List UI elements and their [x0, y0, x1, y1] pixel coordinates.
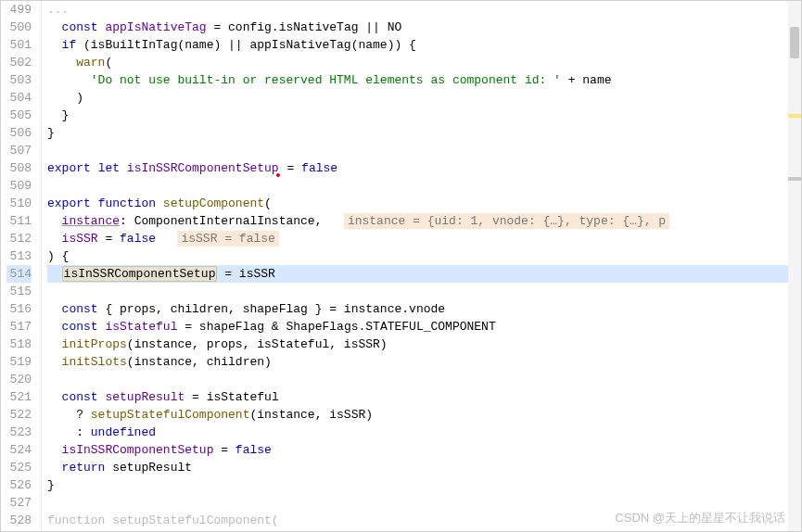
- code-line[interactable]: const appIsNativeTag = config.isNativeTa…: [47, 19, 801, 36]
- code-line[interactable]: }: [47, 107, 801, 124]
- line-number: 524: [6, 441, 32, 459]
- code-line[interactable]: isSSR = false isSSR = false: [47, 230, 801, 247]
- code-line[interactable]: if (isBuiltInTag(name) || appIsNativeTag…: [47, 36, 801, 54]
- code-line[interactable]: const { props, children, shapeFlag } = i…: [47, 300, 801, 318]
- line-number: 525: [6, 459, 32, 476]
- line-number: 522: [6, 406, 32, 424]
- line-number: 502: [6, 54, 32, 71]
- scrollbar-marker: [788, 177, 801, 181]
- line-number: 510: [6, 195, 32, 212]
- code-editor[interactable]: 4995005015025035045055065075085095105115…: [0, 0, 802, 532]
- line-number: 526: [6, 476, 32, 494]
- line-number: 504: [6, 89, 32, 107]
- line-number: 527: [6, 494, 32, 512]
- scrollbar-marker: [788, 114, 801, 118]
- code-line[interactable]: }: [47, 476, 801, 494]
- code-line[interactable]: [47, 177, 801, 195]
- scrollbar-thumb[interactable]: [790, 27, 799, 58]
- line-number: 503: [6, 71, 32, 89]
- line-number: 507: [6, 142, 32, 159]
- code-line[interactable]: isInSSRComponentSetup = isSSR: [47, 265, 801, 283]
- code-line[interactable]: }: [47, 124, 801, 142]
- code-line[interactable]: [47, 494, 801, 512]
- line-number: 520: [6, 371, 32, 388]
- code-line[interactable]: const setupResult = isStateful: [47, 388, 801, 406]
- line-number: 508: [6, 159, 32, 177]
- code-line[interactable]: instance: ComponentInternalInstance, ins…: [47, 212, 801, 230]
- line-number: 517: [6, 318, 32, 336]
- code-line[interactable]: return setupResult: [47, 459, 801, 476]
- line-number: 506: [6, 124, 32, 142]
- code-line[interactable]: ) {: [47, 247, 801, 265]
- line-number: 501: [6, 36, 32, 54]
- line-number: 515: [6, 283, 32, 300]
- line-number: 511: [6, 212, 32, 230]
- line-number: 505: [6, 107, 32, 124]
- line-number: 521: [6, 388, 32, 406]
- line-number: 519: [6, 353, 32, 371]
- code-line[interactable]: [47, 371, 801, 388]
- vertical-scrollbar[interactable]: [788, 1, 801, 531]
- code-line[interactable]: initSlots(instance, children): [47, 353, 801, 371]
- code-line[interactable]: warn(: [47, 54, 801, 71]
- line-number: 516: [6, 300, 32, 318]
- code-line[interactable]: : undefined: [47, 424, 801, 441]
- line-number: 513: [6, 247, 32, 265]
- code-area[interactable]: ... const appIsNativeTag = config.isNati…: [42, 1, 801, 531]
- code-line[interactable]: ? setupStatefulComponent(instance, isSSR…: [47, 406, 801, 424]
- code-line[interactable]: initProps(instance, props, isStateful, i…: [47, 336, 801, 353]
- line-number: 528: [6, 512, 32, 529]
- line-number: 512: [6, 230, 32, 247]
- line-number: 514: [6, 265, 32, 283]
- code-line[interactable]: [47, 283, 801, 300]
- code-line[interactable]: ): [47, 89, 801, 107]
- code-line[interactable]: ...: [47, 1, 801, 19]
- code-line[interactable]: export let isInSSRComponentSetup = false: [47, 159, 801, 177]
- line-number-gutter: 4995005015025035045055065075085095105115…: [1, 1, 42, 531]
- line-number: 499: [6, 1, 32, 19]
- code-line[interactable]: function setupStatefulComponent(: [47, 512, 801, 529]
- line-number: 509: [6, 177, 32, 195]
- line-number: 523: [6, 424, 32, 441]
- code-line[interactable]: export function setupComponent(: [47, 195, 801, 212]
- line-number: 500: [6, 19, 32, 36]
- line-number: 518: [6, 336, 32, 353]
- code-line[interactable]: [47, 142, 801, 159]
- code-line[interactable]: 'Do not use built-in or reserved HTML el…: [47, 71, 801, 89]
- code-line[interactable]: const isStateful = shapeFlag & ShapeFlag…: [47, 318, 801, 336]
- code-line[interactable]: isInSSRComponentSetup = false: [47, 441, 801, 459]
